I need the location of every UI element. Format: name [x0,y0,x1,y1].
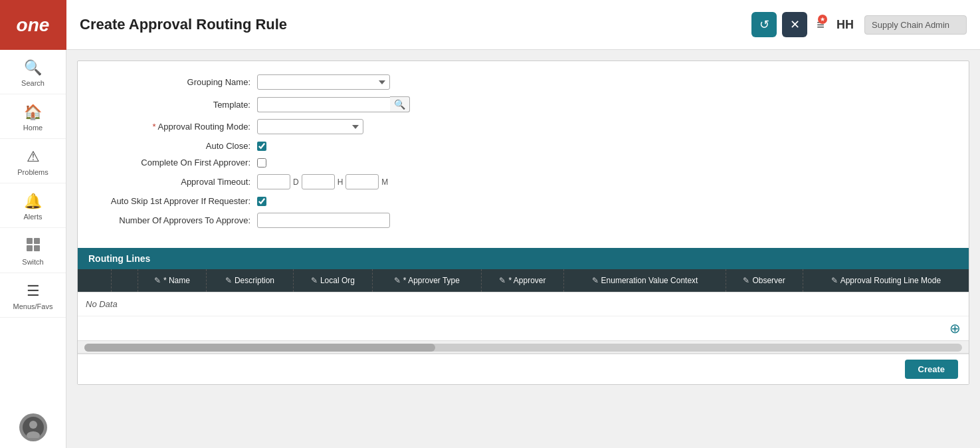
menus-icon: ☰ [27,282,40,300]
user-role-dropdown[interactable]: Supply Chain Admin [864,15,967,35]
complete-first-approver-row: Complete On First Approver: [98,158,949,168]
auto-skip-checkbox[interactable] [257,197,266,206]
col-name: ✎ * Name [138,269,207,292]
user-avatar[interactable] [19,413,47,441]
notification-badge: ★ [818,15,827,24]
sidebar-item-alerts[interactable]: 🔔 Alerts [0,183,66,228]
col-extra [111,269,138,292]
complete-first-approver-label: Complete On First Approver: [98,158,257,168]
num-approvers-input[interactable] [257,213,390,228]
col-desc-label: Description [235,276,274,285]
scrollbar-track [84,344,962,352]
content-area: Grouping Name: Template: 🔍 [66,50,980,448]
sidebar-item-label: Search [21,79,45,87]
svg-rect-0 [27,238,33,244]
col-enum-label: Enumeration Value Context [601,276,698,285]
home-icon: 🏠 [24,104,42,121]
topbar-actions: ↺ ✕ ≡ ★ HH Supply Chain Admin [751,12,967,37]
grouping-name-select[interactable] [257,74,390,90]
sidebar-item-problems[interactable]: ⚠ Problems [0,139,66,183]
bottom-bar: Create [78,354,969,384]
template-search-button[interactable]: 🔍 [390,96,410,112]
no-data-row: No Data [78,292,969,316]
timeout-days-input[interactable] [257,174,290,189]
svg-rect-1 [34,238,40,244]
sidebar-item-search[interactable]: 🔍 Search [0,50,66,94]
col-num [78,269,111,292]
svg-rect-2 [27,245,33,251]
edit-icon: ✎ [225,276,232,285]
sidebar-item-switch[interactable]: Switch [0,228,66,273]
col-observer-label: Observer [752,276,785,285]
user-initials: HH [836,18,854,32]
add-row-button[interactable]: ⊕ [949,320,961,336]
col-enum-value: ✎ Enumeration Value Context [564,269,726,292]
auto-skip-label: Auto Skip 1st Approver If Requester: [98,196,257,206]
edit-icon: ✎ [743,276,749,285]
sidebar-item-label: Alerts [23,213,42,221]
approval-routing-mode-select[interactable] [257,119,363,134]
edit-icon: ✎ [499,276,506,285]
create-button[interactable]: Create [905,360,958,379]
col-routing-line-mode: ✎ Approval Routing Line Mode [803,269,969,292]
sidebar-item-home[interactable]: 🏠 Home [0,94,66,139]
template-input[interactable] [257,97,390,112]
close-button[interactable]: ✕ [782,12,807,37]
sidebar-item-menus[interactable]: ☰ Menus/Favs [0,273,66,318]
routing-lines-table: ✎ * Name ✎ Description [78,269,969,316]
approval-routing-mode-label: * Approval Routing Mode: [98,122,257,132]
approval-routing-mode-row: * Approval Routing Mode: [98,119,949,134]
col-name-label: * Name [163,276,190,285]
hours-label: H [338,177,343,187]
sidebar-item-label: Menus/Favs [13,302,53,310]
auto-close-checkbox[interactable] [257,142,266,151]
app-logo[interactable]: one [0,0,66,50]
refresh-button[interactable]: ↺ [751,12,777,37]
routing-lines-header: Routing Lines [78,248,969,269]
timeout-minutes-input[interactable] [345,174,379,189]
auto-close-row: Auto Close: [98,141,949,151]
edit-icon: ✎ [394,276,401,285]
no-data-cell: No Data [78,292,969,316]
col-description: ✎ Description [207,269,293,292]
edit-icon: ✎ [831,276,838,285]
grouping-name-label: Grouping Name: [98,77,257,87]
svg-point-5 [29,421,37,429]
col-local-org: ✎ Local Org [293,269,373,292]
bell-icon: 🔔 [24,193,42,210]
add-row-area: ⊕ [78,316,969,340]
switch-icon [26,237,41,255]
col-approver-label: * Approver [508,276,545,285]
approval-timeout-label: Approval Timeout: [98,177,257,187]
horizontal-scrollbar[interactable] [78,340,969,354]
col-routing-line-mode-label: Approval Routing Line Mode [840,276,941,285]
sidebar-bottom [0,413,66,448]
auto-skip-row: Auto Skip 1st Approver If Requester: [98,196,949,206]
form-panel: Grouping Name: Template: 🔍 [77,60,969,385]
col-approver: ✎ * Approver [481,269,564,292]
svg-rect-3 [34,245,40,251]
main-area: Create Approval Routing Rule ↺ ✕ ≡ ★ HH … [66,0,980,448]
timeout-hours-input[interactable] [302,174,335,189]
edit-icon: ✎ [154,276,161,285]
complete-first-approver-checkbox[interactable] [257,158,266,168]
menu-button[interactable]: ≡ ★ [817,17,825,33]
sidebar: one 🔍 Search 🏠 Home ⚠ Problems 🔔 Alerts … [0,0,66,448]
edit-icon: ✎ [592,276,599,285]
magnifier-icon: 🔍 [394,99,405,110]
grouping-name-row: Grouping Name: [98,74,949,90]
col-approver-type-label: * Approver Type [403,276,460,285]
warning-icon: ⚠ [27,148,40,166]
form-section: Grouping Name: Template: 🔍 [78,61,969,241]
search-icon: 🔍 [24,59,42,76]
minutes-label: M [381,177,388,187]
col-local-org-label: Local Org [320,276,355,285]
refresh-icon: ↺ [759,17,769,32]
edit-icon: ✎ [311,276,318,285]
page-title: Create Approval Routing Rule [80,16,751,33]
topbar: Create Approval Routing Rule ↺ ✕ ≡ ★ HH … [66,0,980,50]
sidebar-item-label: Problems [17,168,48,176]
num-approvers-row: Number Of Approvers To Approve: [98,213,949,228]
sidebar-item-label: Home [23,124,43,132]
days-label: D [293,177,299,187]
